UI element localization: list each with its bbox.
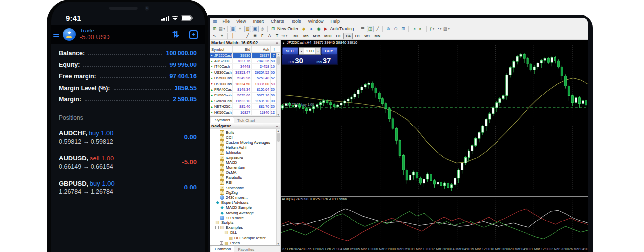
autotrading-button-label[interactable]: AutoTrading xyxy=(330,26,354,31)
market-watch-row[interactable]: ▲JP225Cash39930399377 xyxy=(210,53,276,59)
candle-chart-type-button[interactable]: ◫ xyxy=(367,26,374,32)
timeframe-m5[interactable]: M5 xyxy=(301,33,310,39)
column-header-symbol[interactable]: Symbol xyxy=(210,46,233,52)
collapse-node-icon[interactable]: - xyxy=(211,221,214,224)
market-watch-scrollbar[interactable]: ▲▼ xyxy=(276,53,280,116)
expand-node-icon[interactable]: + xyxy=(220,241,223,245)
collapse-icon[interactable]: ▲ xyxy=(282,41,285,44)
market-watch-row[interactable]: ▲SWI20Cash11633.1011636.10300 xyxy=(210,98,276,104)
zoom-in-button[interactable]: ⊕ xyxy=(385,26,392,32)
menu-window[interactable]: Window xyxy=(304,19,327,24)
timeframe-h4[interactable]: H4 xyxy=(343,33,353,39)
navigator-item[interactable]: 1119 more... xyxy=(210,215,276,220)
timeframe-m1[interactable]: M1 xyxy=(292,33,301,39)
market-watch-row[interactable]: ▲FRA40Cash8149.348150.64130 xyxy=(210,87,276,93)
new-order-icon[interactable] xyxy=(189,30,198,39)
metaeditor-button[interactable]: ◆ xyxy=(300,26,307,32)
volume-value[interactable]: 1.00 xyxy=(304,48,315,54)
volume-increase-button[interactable]: ▴ xyxy=(315,48,320,54)
sell-price[interactable]: 399 30 xyxy=(282,55,310,64)
navigator-item[interactable]: ƒiExposure xyxy=(210,155,276,160)
market-watch-row[interactable]: ▲IT40Cash344483445810 xyxy=(210,64,276,70)
navigator-item[interactable]: ƒHeiken Ashi xyxy=(210,145,276,150)
menu-file[interactable]: File xyxy=(219,19,234,24)
timeframe-d1[interactable]: D1 xyxy=(353,33,362,39)
navigator-item[interactable]: ▤DLLSampleTester xyxy=(210,235,276,240)
templates-button[interactable]: ▨▼ xyxy=(443,26,450,32)
sort-transfer-icon[interactable]: ⇅ xyxy=(172,29,179,40)
vline-tool[interactable]: │ xyxy=(230,33,236,39)
new-chart-button[interactable]: ⊞ xyxy=(211,26,218,32)
menu-charts[interactable]: Charts xyxy=(267,19,288,24)
market-watch-row[interactable]: ▼US100Cash18334.5018337.00250 xyxy=(210,81,276,87)
navigator-item[interactable]: ƒZigZag xyxy=(210,190,276,195)
menu-icon[interactable] xyxy=(53,32,59,38)
zoom-out-button[interactable]: ⊖ xyxy=(392,26,399,32)
cursor-tool[interactable]: ↖ xyxy=(211,33,218,39)
timeframe-m15[interactable]: M15 xyxy=(311,33,322,39)
text-tool[interactable]: A xyxy=(266,33,273,39)
timeframe-mn[interactable]: MN xyxy=(373,33,382,39)
navigator-item[interactable]: -▤Examples xyxy=(210,225,276,230)
navigator-item[interactable]: ƒParabolic xyxy=(210,175,276,180)
navigator-item[interactable]: -▤Scripts xyxy=(210,220,276,225)
chart-shift-button[interactable]: ⇤ xyxy=(418,26,425,32)
new-order-button[interactable]: ⊞ xyxy=(270,26,277,32)
navigator-item[interactable]: -▤DLL xyxy=(210,230,276,235)
sell-button[interactable]: SELL xyxy=(282,47,298,55)
tile-windows-button[interactable]: ⊞ xyxy=(400,26,407,32)
navigator-item[interactable]: ƒRSI xyxy=(210,180,276,185)
profiles-button[interactable]: ▤▼ xyxy=(219,26,226,32)
fibo-tool[interactable]: F xyxy=(259,33,266,39)
collapse-node-icon[interactable]: - xyxy=(220,231,223,234)
buy-price[interactable]: 399 37 xyxy=(310,55,338,64)
market-watch-row[interactable]: ▲AUS200C...7837.767840.26250 xyxy=(210,59,276,64)
navigator-item[interactable]: ƒCCI xyxy=(210,135,276,140)
collapse-node-icon[interactable]: - xyxy=(211,201,214,204)
market-watch-row[interactable]: ▲US30Cash39353.4739357.52405 xyxy=(210,70,276,76)
position-item[interactable]: AUDUSD, sell 1.000.66149 → 0.66154-5.00 xyxy=(51,150,205,175)
crosshair-tool[interactable]: + xyxy=(219,33,226,39)
terminal-toggle[interactable]: ▣ xyxy=(252,26,259,32)
menu-help[interactable]: Help xyxy=(327,19,343,24)
navigator-toggle[interactable]: ▧ xyxy=(244,26,251,32)
collapse-node-icon[interactable]: - xyxy=(215,226,219,229)
market-watch-row[interactable]: ▲US500Cash5249.965250.4852 xyxy=(210,75,276,81)
market-watch-row[interactable]: ▲NETH25C...885.40885.7030 xyxy=(210,104,276,110)
menu-tools[interactable]: Tools xyxy=(287,19,304,24)
navigator-scrollbar[interactable]: ▲▼ xyxy=(276,129,280,245)
volume-decrease-button[interactable]: ▾ xyxy=(299,48,304,54)
position-item[interactable]: GBPUSD, buy 1.001.26784 → 1.267840.00 xyxy=(51,175,205,200)
navigator-item[interactable]: 2430 more... xyxy=(210,195,276,200)
market-watch-row[interactable]: ▲HK50Cash168271684013 xyxy=(210,110,276,116)
timeframe-m30[interactable]: M30 xyxy=(322,33,334,39)
chart-pane[interactable]: #190103175 buy 1.00 SELL ▾ 1.00 ▴ BUY xyxy=(281,45,588,196)
market-watch-toggle[interactable]: ▦ xyxy=(230,26,236,32)
trendline-tool[interactable]: ╱ xyxy=(244,33,251,39)
column-header-bid[interactable]: Bid xyxy=(233,46,252,52)
market-watch-tab-symbols[interactable]: Symbols xyxy=(211,117,234,123)
column-header-![interactable]: ! xyxy=(271,46,276,52)
close-icon[interactable]: × xyxy=(276,124,278,128)
navigator-tab-favorites[interactable]: Favorites xyxy=(234,247,258,252)
navigator-tab-common[interactable]: Common xyxy=(211,246,234,252)
navigator-item[interactable]: ◆Moving Average xyxy=(210,210,276,215)
new-order-button-label[interactable]: New Order xyxy=(277,26,299,31)
navigator-item[interactable]: ƒMomentum xyxy=(210,165,276,170)
navigator-item[interactable]: ◆MACD Sample xyxy=(210,205,276,210)
navigator-item[interactable]: ƒBulls xyxy=(210,130,276,135)
navigator-item[interactable]: -◆Expert Advisors xyxy=(210,200,276,205)
channel-tool[interactable]: ≣ xyxy=(252,33,259,39)
close-icon[interactable]: × xyxy=(276,41,278,45)
data-window-button[interactable]: + xyxy=(237,26,244,32)
navigator-item[interactable]: ƒOsMA xyxy=(210,170,276,175)
strategy-tester-button[interactable]: ◎ xyxy=(259,26,266,32)
timeframe-w1[interactable]: W1 xyxy=(362,33,372,39)
position-item[interactable]: AUDCHF, buy 1.000.59812 → 0.598120.00 xyxy=(51,125,205,150)
hline-tool[interactable]: ─ xyxy=(237,33,244,39)
line-chart-type-button[interactable]: ╱ xyxy=(374,26,381,32)
auto-scroll-button[interactable]: ⇥ xyxy=(410,26,417,32)
timeframe-h1[interactable]: H1 xyxy=(334,33,343,39)
buy-button[interactable]: BUY xyxy=(321,47,337,55)
periods-button[interactable]: ◔▼ xyxy=(436,26,443,32)
